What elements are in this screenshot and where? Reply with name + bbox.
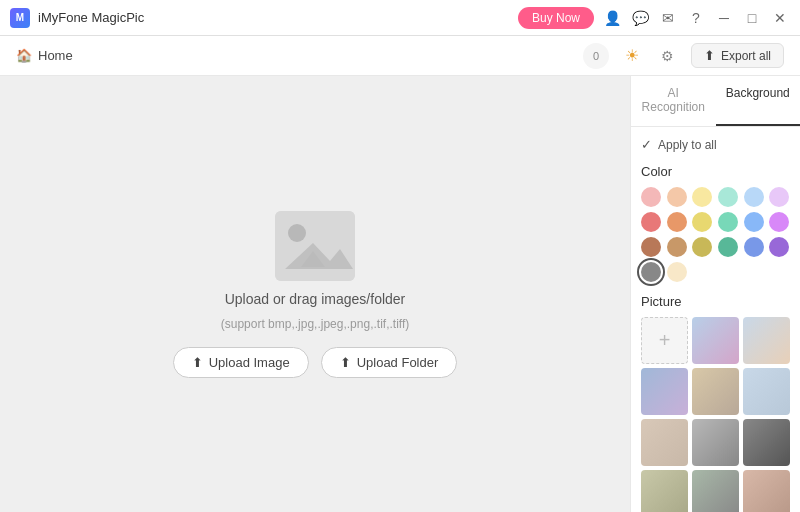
color-swatch[interactable] <box>667 262 687 282</box>
checkmark-icon: ✓ <box>641 137 652 152</box>
app-icon-letter: M <box>16 12 24 23</box>
main-layout: Upload or drag images/folder (support bm… <box>0 76 800 512</box>
picture-thumbnail[interactable] <box>641 419 688 466</box>
tab-background[interactable]: Background <box>716 76 801 126</box>
add-picture-button[interactable]: + <box>641 317 688 364</box>
export-label: Export all <box>721 49 771 63</box>
toolbar: 🏠 Home 0 ☀ ⚙ ⬆ Export all <box>0 36 800 76</box>
upload-image-label: Upload Image <box>209 355 290 370</box>
tab-ai-recognition[interactable]: AI Recognition <box>631 76 716 126</box>
upload-image-button[interactable]: ⬆ Upload Image <box>173 347 309 378</box>
user-icon[interactable]: 👤 <box>602 8 622 28</box>
color-grid <box>641 187 790 282</box>
upload-folder-button[interactable]: ⬆ Upload Folder <box>321 347 458 378</box>
app-icon: M <box>10 8 30 28</box>
picture-thumbnail[interactable] <box>641 368 688 415</box>
picture-thumbnail[interactable] <box>692 368 739 415</box>
picture-thumbnail[interactable] <box>743 419 790 466</box>
svg-point-1 <box>288 224 306 242</box>
placeholder-image <box>275 211 355 281</box>
upload-title: Upload or drag images/folder <box>225 291 406 307</box>
color-swatch[interactable] <box>718 212 738 232</box>
color-swatch[interactable] <box>667 237 687 257</box>
upload-folder-icon: ⬆ <box>340 355 351 370</box>
upload-image-icon: ⬆ <box>192 355 203 370</box>
coin-badge[interactable]: 0 <box>583 43 609 69</box>
export-button[interactable]: ⬆ Export all <box>691 43 784 68</box>
apply-all-label: Apply to all <box>658 138 717 152</box>
color-swatch[interactable] <box>667 212 687 232</box>
color-swatch[interactable] <box>641 187 661 207</box>
home-icon: 🏠 <box>16 48 32 63</box>
picture-thumbnail[interactable] <box>692 470 739 512</box>
apply-all-toggle[interactable]: ✓ Apply to all <box>641 137 790 152</box>
upload-folder-label: Upload Folder <box>357 355 439 370</box>
picture-thumbnail[interactable] <box>743 470 790 512</box>
color-swatch[interactable] <box>692 237 712 257</box>
picture-thumbnail[interactable] <box>743 317 790 364</box>
home-button[interactable]: 🏠 Home <box>16 48 73 63</box>
color-swatch[interactable] <box>718 187 738 207</box>
upload-content: Upload or drag images/folder (support bm… <box>173 211 458 378</box>
color-swatch[interactable] <box>641 212 661 232</box>
maximize-icon[interactable]: □ <box>742 8 762 28</box>
buy-now-button[interactable]: Buy Now <box>518 7 594 29</box>
picture-thumbnail[interactable] <box>641 470 688 512</box>
export-icon: ⬆ <box>704 48 715 63</box>
titlebar-right: Buy Now 👤 💬 ✉ ? ─ □ ✕ <box>518 7 790 29</box>
panel-tabs: AI Recognition Background <box>631 76 800 127</box>
upload-buttons: ⬆ Upload Image ⬆ Upload Folder <box>173 347 458 378</box>
color-swatch[interactable] <box>744 237 764 257</box>
upload-area[interactable]: Upload or drag images/folder (support bm… <box>0 76 630 512</box>
color-swatch[interactable] <box>769 187 789 207</box>
color-swatch[interactable] <box>718 237 738 257</box>
color-swatch[interactable] <box>692 212 712 232</box>
toolbar-right: 0 ☀ ⚙ ⬆ Export all <box>583 43 784 69</box>
picture-grid: + <box>641 317 790 512</box>
picture-thumbnail[interactable] <box>743 368 790 415</box>
close-icon[interactable]: ✕ <box>770 8 790 28</box>
app-title: iMyFone MagicPic <box>38 10 144 25</box>
picture-thumbnail[interactable] <box>692 317 739 364</box>
help-icon[interactable]: ? <box>686 8 706 28</box>
sun-icon[interactable]: ☀ <box>619 43 645 69</box>
picture-thumbnail[interactable] <box>692 419 739 466</box>
color-swatch[interactable] <box>744 212 764 232</box>
color-swatch[interactable] <box>744 187 764 207</box>
color-swatch[interactable] <box>667 187 687 207</box>
picture-section-label: Picture <box>641 294 790 309</box>
color-section-label: Color <box>641 164 790 179</box>
titlebar-left: M iMyFone MagicPic <box>10 8 144 28</box>
mail-icon[interactable]: ✉ <box>658 8 678 28</box>
titlebar: M iMyFone MagicPic Buy Now 👤 💬 ✉ ? ─ □ ✕ <box>0 0 800 36</box>
color-swatch[interactable] <box>692 187 712 207</box>
chat-icon[interactable]: 💬 <box>630 8 650 28</box>
color-swatch[interactable] <box>769 237 789 257</box>
color-swatch[interactable] <box>641 237 661 257</box>
settings-icon[interactable]: ⚙ <box>655 43 681 69</box>
color-swatch-selected[interactable] <box>641 262 661 282</box>
home-label: Home <box>38 48 73 63</box>
minimize-icon[interactable]: ─ <box>714 8 734 28</box>
right-panel: AI Recognition Background ✓ Apply to all… <box>630 76 800 512</box>
upload-subtitle: (support bmp,.jpg,.jpeg,.png,.tif,.tiff) <box>221 317 410 331</box>
color-swatch[interactable] <box>769 212 789 232</box>
panel-body: ✓ Apply to all Color <box>631 127 800 512</box>
